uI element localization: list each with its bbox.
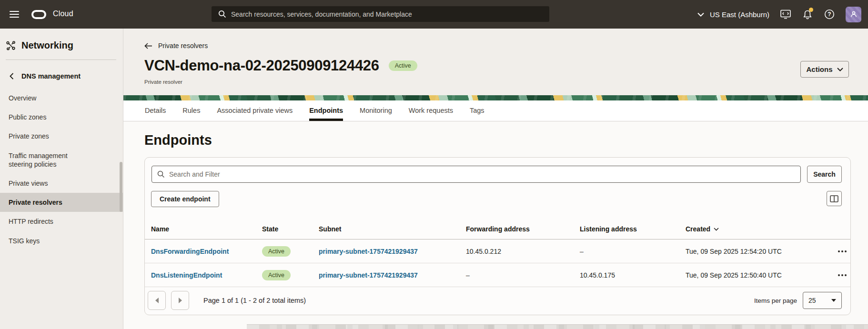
user-avatar[interactable] [846, 7, 861, 22]
brand-label: Cloud [53, 10, 73, 18]
sidebar-header: Networking [0, 29, 123, 51]
page-summary: Page 1 of 1 (1 - 2 of 2 total items) [203, 297, 306, 304]
col-header-listening: Listening address [580, 225, 686, 233]
next-arrow-icon [179, 298, 182, 303]
col-header-created-sort[interactable]: Created [686, 225, 834, 233]
status-badge: Active [389, 60, 417, 71]
tab-associated-private-views[interactable]: Associated private views [217, 100, 293, 121]
oracle-logo [31, 10, 46, 19]
table-toolbar: Create endpoint [151, 191, 842, 207]
sidebar-section-dns-management[interactable]: DNS management [0, 60, 123, 80]
cloud-shell-icon[interactable] [780, 9, 791, 20]
endpoint-name-link[interactable]: DnsForwardingEndpoint [151, 248, 229, 255]
global-search [212, 6, 549, 22]
actions-label: Actions [806, 65, 832, 73]
created-cell: Tue, 09 Sep 2025 12:54:20 UTC [686, 248, 834, 255]
state-badge: Active [262, 270, 291, 280]
decorative-banner [123, 95, 868, 100]
sidebar-scrollbar[interactable] [120, 162, 122, 212]
search-filter-input[interactable] [151, 166, 801, 183]
create-endpoint-button[interactable]: Create endpoint [151, 191, 219, 207]
oci-console: Cloud US East (Ashburn) ? [0, 0, 868, 329]
next-page-button[interactable] [171, 291, 189, 310]
table-row: DnsListeningEndpoint Active primary-subn… [145, 263, 850, 287]
created-cell: Tue, 09 Sep 2025 12:50:40 UTC [686, 271, 834, 279]
column-settings-button[interactable] [827, 191, 842, 206]
columns-icon [830, 195, 838, 202]
col-header-created: Created [686, 225, 710, 233]
sidebar-list: Overview Public zones Private zones Traf… [0, 89, 123, 250]
sidebar-item-private-views[interactable]: Private views [0, 174, 123, 193]
table-header-row: Name State Subnet Forwarding address Lis… [145, 215, 850, 239]
endpoint-name-link[interactable]: DnsListeningEndpoint [151, 271, 222, 279]
sidebar-item-http-redirects[interactable]: HTTP redirects [0, 212, 123, 231]
help-icon[interactable]: ? [824, 9, 835, 20]
back-arrow-icon [144, 43, 152, 49]
footer-decorative-strip [247, 324, 868, 329]
notifications-bell-icon[interactable] [802, 9, 813, 20]
page-title: VCN-demo-na-02-20250909124426 [144, 57, 379, 74]
items-per-page-select[interactable]: 25 [803, 292, 842, 309]
forwarding-address-cell: 10.45.0.212 [466, 248, 580, 255]
col-header-name: Name [151, 225, 262, 233]
sidebar-item-tsig-keys[interactable]: TSIG keys [0, 231, 123, 250]
prev-arrow-icon [155, 298, 159, 303]
endpoints-heading: Endpoints [144, 132, 212, 148]
sidebar: Networking DNS management Overview Publi… [0, 29, 123, 329]
resource-type-label: Private resolver [144, 79, 182, 85]
topbar-right: US East (Ashburn) ? [697, 0, 861, 29]
row-actions-kebab-icon[interactable] [836, 270, 849, 280]
forwarding-address-cell: – [466, 271, 580, 279]
sort-chevron-icon [714, 228, 719, 231]
sidebar-section-label: DNS management [21, 72, 81, 80]
endpoints-panel: Search Create endpoint Name State Subnet… [144, 157, 851, 315]
listening-address-cell: – [580, 248, 686, 255]
search-icon [157, 170, 165, 178]
col-header-state: State [262, 225, 319, 233]
filter-input-wrap [151, 166, 801, 183]
sidebar-item-public-zones[interactable]: Public zones [0, 108, 123, 127]
tab-rules[interactable]: Rules [182, 100, 200, 121]
tab-details[interactable]: Details [145, 100, 166, 121]
col-header-subnet: Subnet [319, 225, 466, 233]
region-label: US East (Ashburn) [710, 10, 769, 19]
chevron-left-icon [10, 73, 14, 80]
items-per-page: Items per page 25 [754, 292, 842, 309]
table-row: DnsForwardingEndpoint Active primary-sub… [145, 239, 850, 263]
chevron-down-icon [837, 68, 843, 71]
search-button[interactable]: Search [807, 166, 842, 183]
page-header: Private resolvers VCN-demo-na-02-2025090… [123, 29, 868, 95]
svg-text:?: ? [828, 11, 831, 18]
row-actions-kebab-icon[interactable] [836, 246, 849, 257]
sidebar-item-overview[interactable]: Overview [0, 89, 123, 108]
actions-button[interactable]: Actions [800, 61, 849, 78]
endpoints-table: Name State Subnet Forwarding address Lis… [145, 215, 850, 287]
col-header-forwarding: Forwarding address [466, 225, 580, 233]
items-per-page-label: Items per page [754, 297, 797, 304]
subnet-link[interactable]: primary-subnet-1757421929437 [319, 248, 418, 255]
sidebar-item-private-resolvers[interactable]: Private resolvers [0, 193, 123, 212]
pagination: Page 1 of 1 (1 - 2 of 2 total items) Ite… [145, 286, 850, 315]
sidebar-item-traffic-management[interactable]: Traffic management steering policies [0, 146, 102, 174]
tabbar: Details Rules Associated private views E… [123, 100, 868, 121]
subnet-link[interactable]: primary-subnet-1757421929437 [319, 271, 418, 279]
tab-endpoints[interactable]: Endpoints [309, 100, 343, 121]
tab-monitoring[interactable]: Monitoring [360, 100, 392, 121]
prev-page-button[interactable] [148, 291, 166, 310]
chevron-down-icon [697, 12, 704, 17]
notification-badge [809, 8, 813, 12]
select-caret-icon [831, 299, 836, 302]
breadcrumb[interactable]: Private resolvers [144, 42, 208, 50]
state-badge: Active [262, 246, 291, 257]
global-search-input[interactable] [231, 10, 549, 18]
filter-row: Search [151, 166, 842, 183]
region-selector[interactable]: US East (Ashburn) [697, 10, 769, 19]
listening-address-cell: 10.45.0.175 [580, 271, 686, 279]
topbar: Cloud US East (Ashburn) ? [0, 0, 868, 29]
sidebar-item-private-zones[interactable]: Private zones [0, 127, 123, 146]
main-area: Private resolvers VCN-demo-na-02-2025090… [123, 29, 868, 329]
tab-work-requests[interactable]: Work requests [409, 100, 453, 121]
hamburger-menu-icon[interactable] [10, 11, 19, 18]
title-row: VCN-demo-na-02-20250909124426 Active [144, 57, 417, 74]
tab-tags[interactable]: Tags [470, 100, 484, 121]
